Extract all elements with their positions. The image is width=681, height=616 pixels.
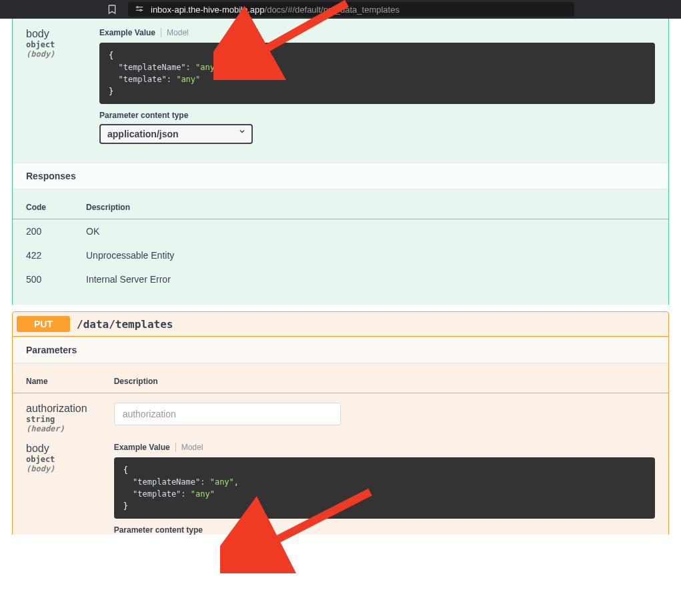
url-text: inbox-api.the-hive-mobile.app/docs/#/def… xyxy=(151,4,400,15)
parameters-heading: Parameters xyxy=(13,337,668,363)
op-block-put: Parameters Name Description authorizatio… xyxy=(12,337,669,535)
authorization-input[interactable] xyxy=(114,403,341,425)
response-desc: Unprocessable Entity xyxy=(73,243,668,267)
responses-heading: Responses xyxy=(13,163,668,189)
method-badge-put: PUT xyxy=(17,316,70,332)
response-desc: Internal Server Error xyxy=(73,267,668,291)
op-block-top: body object (body) Example ValueModel { … xyxy=(12,19,669,305)
response-row: 500 Internal Server Error xyxy=(13,267,668,291)
param-in: (body) xyxy=(26,49,73,59)
bookmark-icon[interactable] xyxy=(107,4,117,15)
tab-example-value[interactable]: Example Value xyxy=(99,28,161,37)
tab-model[interactable]: Model xyxy=(161,28,189,37)
op-summary-put-data-templates[interactable]: PUT /data/templates xyxy=(12,311,669,337)
tab-model[interactable]: Model xyxy=(176,443,203,452)
response-row: 200 OK xyxy=(13,219,668,244)
svg-point-3 xyxy=(140,9,141,11)
response-code: 200 xyxy=(13,219,73,244)
responses-th-code: Code xyxy=(13,189,73,219)
param-type: object xyxy=(26,455,87,464)
response-desc: OK xyxy=(73,219,668,244)
response-code: 422 xyxy=(13,243,73,267)
param-name: body xyxy=(26,28,73,40)
example-json-block[interactable]: { "templateName": "any", "template": "an… xyxy=(99,43,655,104)
params-th-name: Name xyxy=(13,363,101,393)
response-code: 500 xyxy=(13,267,73,291)
browser-url-bar: inbox-api.the-hive-mobile.app/docs/#/def… xyxy=(0,0,681,19)
model-tabs: Example ValueModel xyxy=(114,443,655,452)
content-type-select[interactable]: application/json xyxy=(99,124,253,144)
site-settings-icon[interactable] xyxy=(135,4,144,15)
param-type: object xyxy=(26,40,73,49)
op-path: /data/templates xyxy=(77,318,173,331)
content-type-label: Parameter content type xyxy=(114,525,655,535)
url-path: /docs/#/default/put_data_templates xyxy=(265,5,400,15)
response-row: 422 Unprocessable Entity xyxy=(13,243,668,267)
param-name: authorization xyxy=(26,403,87,415)
params-th-desc: Description xyxy=(101,363,668,393)
param-row-body: body object (body) Example ValueModel { … xyxy=(13,433,668,535)
url-host: inbox-api.the-hive-mobile.app xyxy=(151,5,265,15)
content-type-label: Parameter content type xyxy=(99,111,655,120)
responses-table: Code Description 200 OK 422 Unprocessabl… xyxy=(13,189,668,291)
example-json-block[interactable]: { "templateName": "any", "template": "an… xyxy=(114,457,655,519)
tab-example-value[interactable]: Example Value xyxy=(114,443,176,452)
model-tabs: Example ValueModel xyxy=(99,28,655,37)
param-in: (body) xyxy=(26,464,87,473)
responses-th-desc: Description xyxy=(73,189,668,219)
param-type: string xyxy=(26,415,87,424)
param-in: (header) xyxy=(26,424,87,433)
param-row-authorization: authorization string (header) xyxy=(13,393,668,434)
svg-point-0 xyxy=(137,6,138,7)
param-name: body xyxy=(26,443,87,455)
url-field[interactable]: inbox-api.the-hive-mobile.app/docs/#/def… xyxy=(128,2,574,17)
